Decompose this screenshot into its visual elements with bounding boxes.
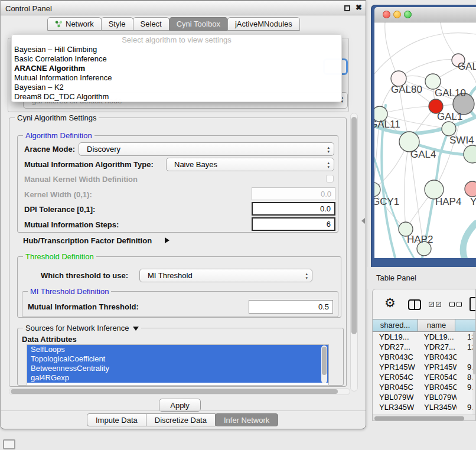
table-row[interactable]: YLR345WYLR345W9. (373, 402, 476, 412)
node-unlabeled[interactable] (464, 145, 476, 163)
node-swi4[interactable] (442, 122, 456, 136)
apply-button[interactable]: Apply (159, 399, 201, 412)
zoom-traffic-light-icon[interactable] (404, 11, 412, 18)
tab-style[interactable]: Style (101, 17, 133, 31)
scrollbar-thumb[interactable] (351, 117, 357, 334)
which-threshold-value: MI Threshold (148, 271, 193, 280)
mi-type-combo[interactable]: Naive Bayes ▴▾ (166, 158, 334, 171)
tab-label: jActiveMNodules (235, 19, 292, 28)
column-header-name[interactable]: name (418, 319, 455, 332)
manual-kernel-label: Manual Kernel Width Definition (24, 175, 138, 184)
table-row[interactable]: YBR043CYBR043C (373, 352, 476, 362)
algorithm-option-aracne-algorithm[interactable]: ARACNE Algorithm (12, 64, 341, 73)
which-threshold-label: Which threshold to use: (41, 271, 128, 280)
table-cell: YER054C (419, 372, 457, 382)
table-vertical-scrollbar[interactable] (472, 332, 476, 415)
close-traffic-light-icon[interactable] (383, 11, 390, 18)
mi-steps-field[interactable]: 6 (252, 217, 335, 231)
collapsed-panel-widget[interactable] (3, 439, 15, 449)
algorithm-option-bayesian-hill-climbing[interactable]: Bayesian – Hill Climbing (12, 45, 341, 54)
data-attributes-list[interactable]: SelfLoopsTopologicalCoefficientBetweenne… (27, 344, 329, 386)
node-label-hap2: HAP2 (407, 234, 433, 245)
table-cell: YLR345W (419, 402, 457, 412)
scrollbar-thumb[interactable] (473, 332, 475, 374)
kernel-width-field[interactable]: 0.0 (252, 187, 335, 200)
table-horizontal-scrollbar[interactable] (373, 415, 475, 421)
tab-select[interactable]: Select (133, 17, 169, 31)
manual-kernel-checkbox[interactable] (326, 175, 334, 182)
scrollbar-thumb[interactable] (11, 389, 338, 394)
table-row[interactable]: YER054CYER054C8. (373, 372, 476, 382)
settings-vertical-scrollbar[interactable] (350, 113, 358, 392)
tab-infer-network[interactable]: Infer Network (215, 413, 278, 426)
popup-placeholder: Select algorithm to view settings (12, 36, 341, 45)
gear-icon[interactable]: ⚙ (384, 296, 396, 310)
table-cell: YDR27... (419, 342, 457, 352)
node-label-gal: GAL (458, 61, 476, 72)
document-icon[interactable] (470, 297, 476, 311)
table-rows: YDL19...YDL19...13YDR27...YDR27...12YBR0… (373, 332, 476, 415)
tab-label: Style (109, 19, 126, 28)
table-cell: YLR345W (373, 402, 419, 412)
tab-impute-data[interactable]: Impute Data (87, 413, 146, 426)
column-header-col2[interactable] (455, 319, 476, 332)
panel-collapse-arrow-icon[interactable] (361, 218, 365, 224)
checked-pair-icon[interactable]: ✓✓ (429, 302, 441, 307)
node-label-gal80: GAL80 (391, 84, 422, 95)
table-header-row: shared...name (373, 319, 476, 332)
tab-jactivemnodules[interactable]: jActiveMNodules (227, 17, 300, 31)
attribute-item-selfloops[interactable]: SelfLoops (27, 345, 328, 354)
node-y[interactable] (465, 181, 476, 197)
network-window-titlebar (374, 7, 476, 22)
float-window-icon[interactable] (344, 5, 350, 11)
table-panel-bar: Table Panel (367, 267, 476, 289)
column-header-shared[interactable]: shared... (372, 319, 418, 332)
table-row[interactable]: YDL19...YDL19...13 (373, 332, 476, 342)
attribute-item-topologicalcoefficient[interactable]: TopologicalCoefficient (27, 354, 328, 364)
attribute-item-betweennesscentrality[interactable]: BetweennessCentrality (27, 364, 328, 373)
threshold-definition-title: Threshold Definition (23, 252, 96, 261)
mi-steps-value: 6 (327, 220, 331, 229)
algorithm-option-basic-correlation-inference[interactable]: Basic Correlation Inference (12, 54, 341, 64)
split-columns-icon[interactable] (408, 299, 421, 310)
attribute-item-gal4rgexp[interactable]: gal4RGexp (27, 373, 328, 383)
settings-horizontal-scrollbar[interactable] (9, 388, 350, 395)
dpi-tolerance-field[interactable]: 0.0 (252, 202, 335, 216)
table-row[interactable]: YBR045CYBR045C9. (373, 382, 476, 392)
attributes-scrollbar[interactable] (321, 345, 327, 383)
aracne-mode-combo[interactable]: Discovery ▴▾ (79, 142, 334, 156)
kernel-width-label: Kernel Width (0,1): (24, 190, 92, 199)
mi-threshold-definition-title: MI Threshold Definition (28, 287, 111, 296)
close-icon[interactable]: ✖ (356, 3, 362, 12)
tab-label: Cyni Toolbox (177, 19, 220, 28)
table-row[interactable]: YBL079WYBL079W (373, 392, 476, 402)
which-threshold-combo[interactable]: MI Threshold ▴▾ (139, 269, 312, 282)
unchecked-pair-icon[interactable] (449, 302, 462, 307)
table-cell: YBR045C (419, 382, 457, 392)
tab-discretize-data[interactable]: Discretize Data (146, 413, 216, 426)
control-panel-titlebar: Control Panel ✖ (1, 1, 366, 15)
algorithm-option-bayesian-k2[interactable]: Bayesian – K2 (12, 83, 341, 92)
table-cell: YBR045C (373, 382, 419, 392)
algorithm-option-dream8-dc-tdc-algorithm[interactable]: Dream8 DC_TDC Algorithm (12, 92, 341, 102)
table-row[interactable]: YDR27...YDR27...12 (373, 342, 476, 352)
screenshot-root: Control Panel ✖ NetworkStyleSelectCyni T… (0, 0, 476, 450)
scrollbar-thumb[interactable] (374, 416, 464, 420)
tab-label: Network (66, 19, 94, 28)
collapse-down-icon[interactable] (133, 327, 139, 331)
mi-type-value: Naive Bayes (174, 160, 217, 169)
expand-right-icon[interactable] (165, 237, 169, 243)
network-canvas[interactable]: GAL80GAL10GAL1GAL11SWI4GAL4GCY1HAP4YHAP2… (374, 22, 476, 258)
settings-group-title: Cyni Algorithm Settings (15, 113, 99, 122)
tab-network[interactable]: Network (47, 17, 102, 31)
table-cell: YDL19... (373, 332, 419, 342)
algorithm-option-mutual-information-inference[interactable]: Mutual Information Inference (12, 73, 341, 83)
tab-cyni-toolbox[interactable]: Cyni Toolbox (169, 17, 228, 31)
mi-threshold-field[interactable]: 0.5 (249, 300, 333, 314)
table-cell: YER054C (373, 372, 419, 382)
scrollbar-thumb[interactable] (322, 347, 327, 375)
minimize-traffic-light-icon[interactable] (393, 11, 401, 18)
dpi-tolerance-value: 0.0 (320, 204, 331, 213)
kernel-width-value: 0.0 (321, 190, 331, 198)
table-row[interactable]: YPR145WYPR145W9. (373, 362, 476, 372)
